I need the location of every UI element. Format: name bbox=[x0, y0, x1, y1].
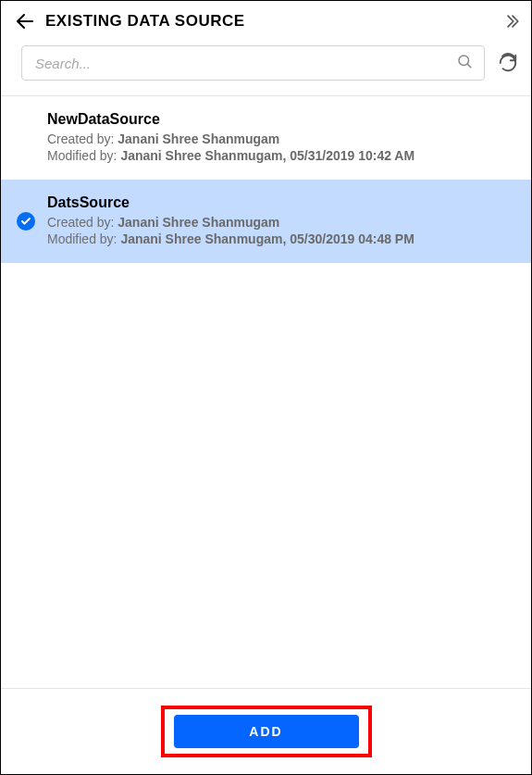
list-item[interactable]: NewDataSource Created by: Janani Shree S… bbox=[1, 96, 531, 180]
panel-title: EXISTING DATA SOURCE bbox=[45, 12, 245, 31]
chevron-right-double-icon[interactable] bbox=[503, 12, 522, 31]
search-row bbox=[1, 36, 531, 96]
back-icon[interactable] bbox=[14, 10, 36, 32]
svg-line-2 bbox=[467, 64, 470, 67]
list-item[interactable]: DatsSource Created by: Janani Shree Shan… bbox=[1, 180, 531, 263]
footer: ADD bbox=[1, 688, 531, 774]
panel-header: EXISTING DATA SOURCE bbox=[1, 1, 531, 36]
add-button-highlight: ADD bbox=[161, 706, 372, 757]
add-button[interactable]: ADD bbox=[174, 715, 359, 748]
data-source-name: NewDataSource bbox=[47, 111, 518, 128]
modified-by-line: Modified by: Janani Shree Shanmugam, 05/… bbox=[47, 231, 518, 246]
search-box[interactable] bbox=[21, 45, 485, 81]
search-icon[interactable] bbox=[456, 53, 473, 73]
data-source-list: NewDataSource Created by: Janani Shree S… bbox=[1, 96, 531, 688]
created-by-line: Created by: Janani Shree Shanmugam bbox=[47, 215, 518, 230]
selection-indicator bbox=[14, 212, 38, 231]
search-input[interactable] bbox=[33, 55, 456, 72]
created-by-line: Created by: Janani Shree Shanmugam bbox=[47, 131, 518, 146]
refresh-icon[interactable] bbox=[498, 53, 518, 73]
data-source-name: DatsSource bbox=[47, 194, 518, 211]
check-icon bbox=[17, 212, 35, 231]
modified-by-line: Modified by: Janani Shree Shanmugam, 05/… bbox=[47, 148, 518, 163]
